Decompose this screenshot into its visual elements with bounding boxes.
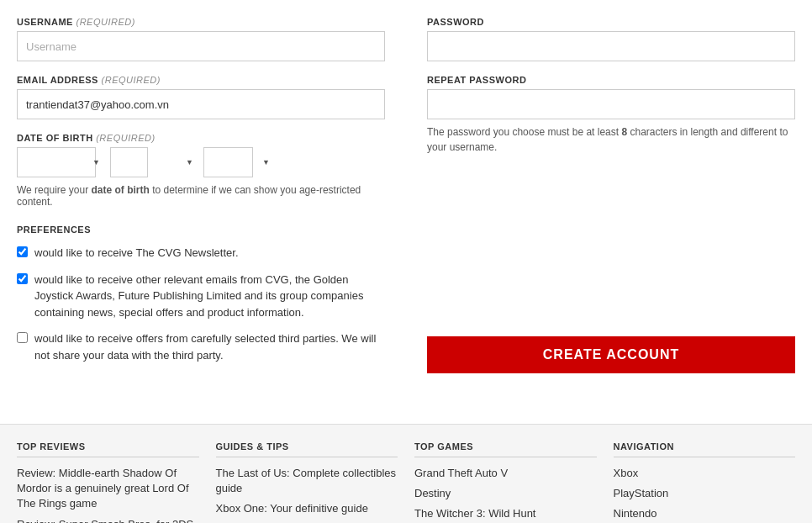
repeat-password-field-group: REPEAT PASSWORD The password you choose … — [427, 75, 795, 155]
password-label: PASSWORD — [427, 17, 795, 27]
create-account-button[interactable]: CREATE ACCOUNT — [427, 336, 795, 373]
checkbox2-row: would like to receive other relevant ema… — [17, 272, 385, 321]
email-label: EMAIL ADDRESS (REQUIRED) — [17, 75, 385, 85]
password-label-text: PASSWORD — [427, 17, 484, 27]
password-field-group: PASSWORD — [427, 17, 795, 61]
create-account-section: CREATE ACCOUNT — [427, 303, 795, 373]
footer-link[interactable]: The Witcher 3: Wild Hunt — [414, 506, 597, 521]
footer: TOP REVIEWS Review: Middle-earth Shadow … — [0, 424, 812, 523]
dob-month-wrapper: JanuaryFebruaryMarchAprilMayJuneJulyAugu… — [17, 147, 105, 177]
dob-row: JanuaryFebruaryMarchAprilMayJuneJulyAugu… — [17, 147, 385, 177]
top-reviews-links: Review: Middle-earth Shadow Of Mordor is… — [17, 466, 199, 523]
dob-day-wrapper: 1234567891011121314151617181920212223242… — [110, 147, 198, 177]
checkbox1-label: would like to receive The CVG Newsletter… — [34, 245, 239, 262]
checkbox3-row: would like to receive offers from carefu… — [17, 330, 385, 363]
dob-field-group: DATE OF BIRTH (REQUIRED) JanuaryFebruary… — [17, 133, 385, 208]
checkbox3[interactable] — [17, 332, 28, 343]
dob-hint: We require your date of birth to determi… — [17, 184, 385, 208]
password-input[interactable] — [427, 31, 795, 61]
preferences-section: PREFERENCES would like to receive The CV… — [17, 225, 385, 363]
email-required: (REQUIRED) — [102, 75, 161, 85]
username-label-text: USERNAME — [17, 17, 73, 27]
top-games-title: TOP GAMES — [414, 441, 597, 457]
footer-grid: TOP REVIEWS Review: Middle-earth Shadow … — [17, 441, 795, 523]
guides-links: The Last of Us: Complete collectibles gu… — [216, 466, 398, 517]
navigation-col: NAVIGATION XboxPlayStationNintendoPC — [614, 441, 796, 523]
navigation-title: NAVIGATION — [614, 441, 796, 457]
checkbox1-row: would like to receive The CVG Newsletter… — [17, 245, 385, 262]
checkbox3-label: would like to receive offers from carefu… — [34, 330, 385, 363]
username-label: USERNAME (REQUIRED) — [17, 17, 385, 27]
checkbox2[interactable] — [17, 273, 28, 284]
dob-label: DATE OF BIRTH (REQUIRED) — [17, 133, 385, 143]
dob-day-select[interactable]: 1234567891011121314151617181920212223242… — [110, 147, 148, 177]
top-reviews-col: TOP REVIEWS Review: Middle-earth Shadow … — [17, 441, 199, 523]
repeat-password-input[interactable] — [427, 89, 795, 119]
password-hint: The password you choose must be at least… — [427, 124, 795, 155]
guides-title: GUIDES & TIPS — [216, 441, 398, 457]
email-label-text: EMAIL ADDRESS — [17, 75, 98, 85]
footer-link[interactable]: PlayStation — [614, 486, 796, 501]
dob-year-wrapper: 2014201320122011201020092008200720062005… — [203, 147, 275, 177]
dob-label-text: DATE OF BIRTH — [17, 133, 93, 143]
top-games-col: TOP GAMES Grand Theft Auto VDestinyThe W… — [414, 441, 597, 523]
navigation-links: XboxPlayStationNintendoPC — [614, 466, 796, 523]
dob-month-select[interactable]: JanuaryFebruaryMarchAprilMayJuneJulyAugu… — [17, 147, 96, 177]
email-input[interactable] — [17, 89, 385, 119]
dob-required: (REQUIRED) — [96, 133, 155, 143]
username-input[interactable] — [17, 31, 385, 61]
footer-link[interactable]: Xbox — [614, 466, 796, 481]
checkbox2-label: would like to receive other relevant ema… — [34, 272, 385, 321]
checkbox1[interactable] — [17, 246, 28, 257]
username-field-group: USERNAME (REQUIRED) — [17, 17, 385, 61]
footer-link[interactable]: Grand Theft Auto V — [414, 466, 597, 481]
username-required: (REQUIRED) — [76, 17, 135, 27]
repeat-password-label-text: REPEAT PASSWORD — [427, 75, 526, 85]
email-field-group: EMAIL ADDRESS (REQUIRED) — [17, 75, 385, 119]
top-games-links: Grand Theft Auto VDestinyThe Witcher 3: … — [414, 466, 597, 522]
top-reviews-title: TOP REVIEWS — [17, 441, 199, 457]
footer-link[interactable]: Review: Super Smash Bros. for 3DS is a h… — [17, 517, 199, 523]
guides-col: GUIDES & TIPS The Last of Us: Complete c… — [216, 441, 398, 523]
repeat-password-label: REPEAT PASSWORD — [427, 75, 795, 85]
dob-year-select[interactable]: 2014201320122011201020092008200720062005… — [203, 147, 253, 177]
preferences-label: PREFERENCES — [17, 225, 385, 235]
footer-link[interactable]: The Last of Us: Complete collectibles gu… — [216, 466, 398, 496]
footer-link[interactable]: Review: Middle-earth Shadow Of Mordor is… — [17, 466, 199, 512]
footer-link[interactable]: Xbox One: Your definitive guide — [216, 501, 398, 516]
footer-link[interactable]: Nintendo — [614, 506, 796, 521]
footer-link[interactable]: Destiny — [414, 486, 597, 501]
